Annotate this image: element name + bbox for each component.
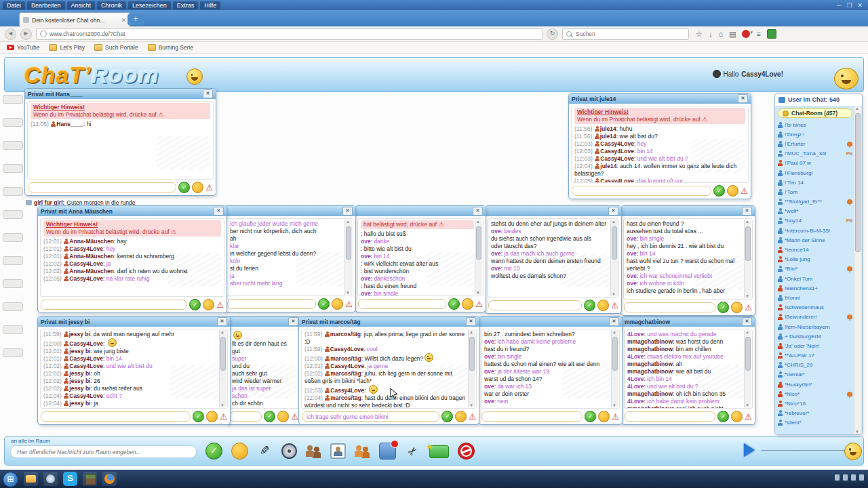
download-icon[interactable]: ↓ [709, 29, 713, 39]
user-list-item[interactable]: !Bienchen31+ [778, 283, 852, 293]
connect-button[interactable] [405, 443, 420, 459]
message-scrollbar[interactable] [744, 220, 751, 298]
collapsed-item[interactable] [3, 302, 23, 311]
send-button[interactable]: ✓ [264, 411, 275, 422]
minimize-icon[interactable]: ─ [837, 2, 841, 9]
logout-icon[interactable] [713, 70, 721, 78]
library-icon[interactable]: ▤ [729, 29, 736, 39]
private-message-input[interactable] [481, 411, 583, 422]
user-list-item[interactable]: !'Tom [778, 187, 852, 197]
user-list-item[interactable]: *Onkel Tom [778, 274, 852, 283]
collapsed-item[interactable] [3, 95, 23, 104]
user-list-item[interactable]: !'bi bines [778, 120, 852, 129]
window-controls[interactable]: ─ ❒ ✕ [837, 2, 868, 9]
message-scrollbar[interactable] [475, 220, 482, 295]
browser-tab[interactable]: Dein kostenloser Chat ohn... ✕ [19, 12, 130, 27]
back-button[interactable]: ◄ [5, 28, 16, 40]
private-message-input[interactable] [572, 186, 711, 196]
send-button[interactable]: ✓ [717, 302, 729, 313]
collapsed-item[interactable] [3, 164, 23, 173]
tab-close-icon[interactable]: ✕ [121, 17, 126, 24]
window-titlebar[interactable]: mmagchatbinow✕ [622, 317, 755, 327]
window-close-icon[interactable]: ✕ [609, 317, 619, 326]
collapsed-item[interactable] [3, 279, 23, 288]
url-bar[interactable]: www.chatroom2000.de/?Chat [36, 28, 542, 40]
private-message-input[interactable] [488, 300, 582, 310]
skype-icon[interactable] [63, 472, 77, 486]
message-scrollbar[interactable] [344, 220, 352, 295]
group-button[interactable] [355, 443, 370, 459]
apps-button[interactable] [379, 443, 396, 460]
smileys-button[interactable] [203, 299, 214, 310]
private-message-input[interactable] [41, 300, 187, 310]
game-icon[interactable] [83, 472, 97, 486]
smileys-button[interactable] [206, 411, 218, 422]
collapsed-item[interactable] [3, 233, 23, 242]
message-scrollbar[interactable] [610, 220, 618, 296]
profile-button[interactable] [330, 443, 346, 459]
private-message-input[interactable] [358, 299, 446, 309]
collapsed-item[interactable] [3, 325, 23, 334]
bell-icon[interactable] [847, 199, 852, 204]
system-tray[interactable] [835, 474, 864, 481]
user-list-item[interactable]: !fern-Niederbayern [778, 322, 852, 331]
private-message-input[interactable] [625, 411, 715, 422]
menu-item-chronik[interactable]: Chronik [97, 1, 126, 9]
window-close-icon[interactable]: ✕ [742, 317, 752, 326]
report-button[interactable]: ⚠ [745, 304, 752, 312]
bell-icon[interactable] [847, 266, 852, 271]
collapsed-item[interactable] [3, 141, 23, 150]
report-button[interactable]: ⚠ [475, 300, 483, 308]
report-button[interactable]: ⚠ [745, 413, 752, 421]
message-scrollbar[interactable] [611, 330, 618, 407]
window-titlebar[interactable]: Privat mit jule14✕ [569, 94, 751, 104]
user-list-item[interactable]: *leonce14 [778, 245, 852, 254]
search-box[interactable] [562, 28, 689, 40]
window-close-icon[interactable]: ✕ [288, 317, 298, 326]
volume-slider[interactable] [761, 450, 846, 451]
send-button[interactable]: ✓ [318, 298, 330, 310]
new-tab-button[interactable]: + [127, 14, 144, 25]
user-list-item[interactable]: *Genial* [778, 370, 852, 380]
user-list-item[interactable]: 'Ja' oder 'Nein' [778, 341, 852, 350]
report-button[interactable]: ⚠ [220, 413, 227, 421]
window-close-icon[interactable]: ✕ [608, 207, 618, 216]
user-list-item[interactable]: !'Flensburg! [778, 168, 852, 178]
window-titlebar[interactable]: Privat mit jessy bi✕ [38, 317, 230, 327]
adblock-icon[interactable] [742, 30, 750, 38]
report-button[interactable]: ⚠ [345, 300, 353, 308]
smileys-button[interactable] [727, 185, 738, 197]
menu-item-datei[interactable]: Datei [3, 1, 25, 9]
bookmark-item[interactable]: YouTube [7, 44, 39, 51]
smileys-button[interactable] [598, 411, 610, 422]
smileys-button[interactable] [192, 182, 203, 193]
menu-item-lesezeichen[interactable]: Lesezeichen [128, 1, 171, 9]
window-titlebar[interactable]: ✕ [621, 206, 755, 216]
smileys-button[interactable] [731, 302, 743, 313]
user-list-scrollbar[interactable] [854, 106, 861, 434]
window-titlebar[interactable]: Privat mit Anna Mäuschen✕ [38, 206, 226, 216]
collapsed-item[interactable] [3, 256, 23, 265]
friends-button[interactable] [306, 443, 321, 459]
smileys-button[interactable] [597, 300, 609, 311]
report-button[interactable]: ⚠ [291, 413, 298, 421]
user-list-item[interactable]: *Nico*16 [778, 399, 852, 408]
window-titlebar[interactable]: ✕ [355, 206, 486, 216]
user-list-item[interactable]: !'Paul 07 w [778, 159, 852, 168]
smileys-button[interactable] [231, 443, 248, 460]
private-message-input[interactable] [229, 411, 262, 422]
private-message-input[interactable] [41, 411, 191, 422]
user-list-item[interactable]: !'Erfurter [778, 139, 852, 148]
send-button[interactable]: ✓ [189, 299, 201, 310]
user-list-item[interactable]: !'Dregz ! [778, 129, 852, 139]
menu-item-ansicht[interactable]: Ansicht [67, 1, 96, 9]
explorer-icon[interactable] [24, 472, 38, 486]
premium-button[interactable] [429, 445, 449, 458]
window-titlebar[interactable]: ✕ [226, 317, 301, 327]
bell-icon[interactable] [847, 142, 852, 146]
user-list-item[interactable]: *CHRIS_29 [778, 361, 852, 370]
window-close-icon[interactable]: ✕ [217, 317, 227, 326]
smileys-button[interactable] [332, 298, 343, 310]
send-button[interactable]: ✓ [193, 411, 204, 422]
user-list-item[interactable]: *Lolle jung [778, 255, 852, 264]
